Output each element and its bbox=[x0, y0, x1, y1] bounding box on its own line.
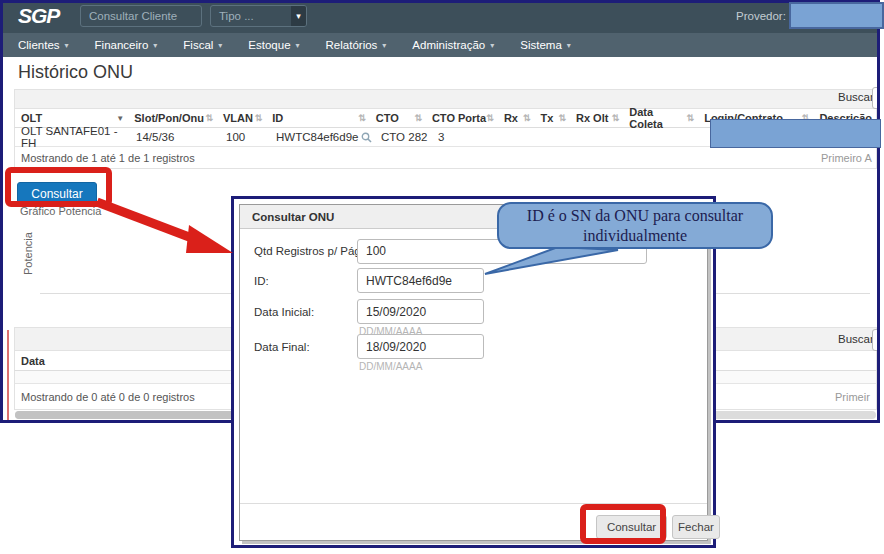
nav-item-administracao[interactable]: Administração▾ bbox=[412, 39, 494, 51]
stray-red-line bbox=[7, 330, 9, 420]
nav-item-financeiro[interactable]: Financeiro▾ bbox=[95, 39, 158, 51]
sort-icon: ⇅ bbox=[205, 113, 213, 123]
sort-icon: ⇅ bbox=[358, 113, 366, 123]
cell-vlan: 100 bbox=[220, 128, 270, 146]
chevron-down-icon: ▾ bbox=[153, 41, 157, 50]
chevron-down-icon: ▾ bbox=[567, 41, 571, 50]
table2-records-info: Mostrando de 0 até 0 de 0 registros bbox=[21, 391, 195, 403]
column-header-rx-olt[interactable]: Rx Olt⇅ bbox=[570, 109, 623, 127]
sgp-logo: SGP bbox=[18, 4, 59, 28]
chevron-down-icon: ▾ bbox=[382, 41, 386, 50]
data-final-hint: DD/MM/AAAA bbox=[359, 361, 422, 372]
cell-cto-porta: 3 bbox=[432, 128, 505, 146]
screenshot-canvas: SGP Tipo ... ▾ Provedor: Clientes▾ Finan… bbox=[0, 0, 884, 554]
sort-desc-icon: ▼ bbox=[116, 114, 124, 123]
type-select-value: Tipo ... bbox=[211, 10, 291, 22]
column-header-tx[interactable]: Tx⇅ bbox=[534, 109, 570, 127]
callout-bubble: ID é o SN da ONU para consultar individu… bbox=[497, 202, 773, 249]
chevron-down-icon: ▾ bbox=[296, 41, 300, 50]
provider-label: Provedor: bbox=[736, 10, 786, 22]
callout-line-2: individualmente bbox=[583, 226, 687, 245]
table1-toolbar bbox=[14, 89, 877, 109]
consultar-button[interactable]: Consultar bbox=[17, 182, 97, 205]
modal-consultar-button[interactable]: Consultar bbox=[596, 515, 667, 539]
column-header-cto-porta[interactable]: CTO Porta⇅ bbox=[426, 109, 498, 127]
modal-fechar-button[interactable]: Fechar bbox=[672, 515, 720, 539]
chart-title: Gráfico Potencia bbox=[20, 205, 101, 217]
chevron-down-icon: ▾ bbox=[218, 41, 222, 50]
sort-icon: ⇅ bbox=[523, 113, 531, 123]
nav-item-sistema[interactable]: Sistema▾ bbox=[520, 39, 571, 51]
nav-item-estoque[interactable]: Estoque▾ bbox=[248, 39, 299, 51]
nav-item-clientes[interactable]: Clientes▾ bbox=[18, 39, 69, 51]
table1-search-input[interactable] bbox=[872, 87, 877, 109]
page-title: Histórico ONU bbox=[18, 62, 133, 83]
cell-id: HWTC84ef6d9e bbox=[270, 128, 375, 146]
modal-footer-divider bbox=[240, 503, 707, 504]
column-header-id[interactable]: ID⇅ bbox=[266, 109, 369, 127]
sort-icon: ⇅ bbox=[687, 113, 695, 123]
data-inicial-label: Data Inicial: bbox=[254, 306, 314, 318]
callout-line-1: ID é o SN da ONU para consultar bbox=[527, 206, 743, 225]
data-final-field[interactable] bbox=[357, 334, 484, 359]
data-inicial-field[interactable] bbox=[357, 299, 484, 324]
sort-icon: ⇅ bbox=[612, 113, 620, 123]
cell-olt: OLT SANTAFE01 - FH bbox=[15, 128, 130, 146]
column-header-rx[interactable]: Rx⇅ bbox=[498, 109, 535, 127]
table2-pagination[interactable]: Primeir bbox=[835, 391, 870, 403]
type-select[interactable]: Tipo ... ▾ bbox=[210, 5, 307, 27]
cell-slot-pon-onu: 14/5/36 bbox=[130, 128, 220, 146]
id-field[interactable] bbox=[357, 268, 484, 293]
table1-footer: Mostrando de 1 até 1 de 1 registros Prim… bbox=[14, 147, 877, 169]
sort-icon: ⇅ bbox=[414, 113, 422, 123]
chevron-down-icon: ▾ bbox=[291, 6, 306, 26]
table2-search-input[interactable] bbox=[872, 329, 877, 351]
table1-pagination[interactable]: Primeiro A bbox=[821, 152, 872, 164]
sort-icon: ⇅ bbox=[558, 113, 566, 123]
chevron-down-icon: ▾ bbox=[65, 41, 69, 50]
nav-bar: Clientes▾ Financeiro▾ Fiscal▾ Estoque▾ R… bbox=[0, 33, 877, 57]
column-header-data-coleta[interactable]: Data Coleta⇅ bbox=[623, 109, 698, 127]
search-input[interactable] bbox=[80, 5, 202, 27]
consultar-onu-modal: Consultar ONU Qtd Registros p/ Página: 1… bbox=[239, 204, 708, 541]
chart-y-axis-label: Potencia bbox=[22, 232, 34, 275]
nav-item-fiscal[interactable]: Fiscal▾ bbox=[183, 39, 222, 51]
column-header-cto[interactable]: CTO⇅ bbox=[370, 109, 426, 127]
table1-records-info: Mostrando de 1 até 1 de 1 registros bbox=[21, 152, 195, 164]
column-header-vlan[interactable]: VLAN⇅ bbox=[217, 109, 266, 127]
chevron-down-icon: ▾ bbox=[490, 41, 494, 50]
nav-item-relatorios[interactable]: Relatórios▾ bbox=[326, 39, 387, 51]
cell-cto: CTO 282 bbox=[375, 128, 432, 146]
column-header-slot-pon-onu[interactable]: Slot/Pon/Onu⇅ bbox=[128, 109, 217, 127]
top-bar: SGP Tipo ... ▾ Provedor: bbox=[0, 0, 877, 33]
sort-icon: ⇅ bbox=[486, 113, 494, 123]
id-label: ID: bbox=[254, 275, 269, 287]
provider-redaction-box bbox=[789, 2, 884, 29]
magnifier-icon[interactable] bbox=[361, 132, 372, 143]
login-contrato-redaction-box bbox=[710, 119, 881, 148]
data-final-label: Data Final: bbox=[254, 341, 310, 353]
column-header-data[interactable]: Data bbox=[15, 351, 215, 370]
sort-icon: ⇅ bbox=[255, 113, 263, 123]
